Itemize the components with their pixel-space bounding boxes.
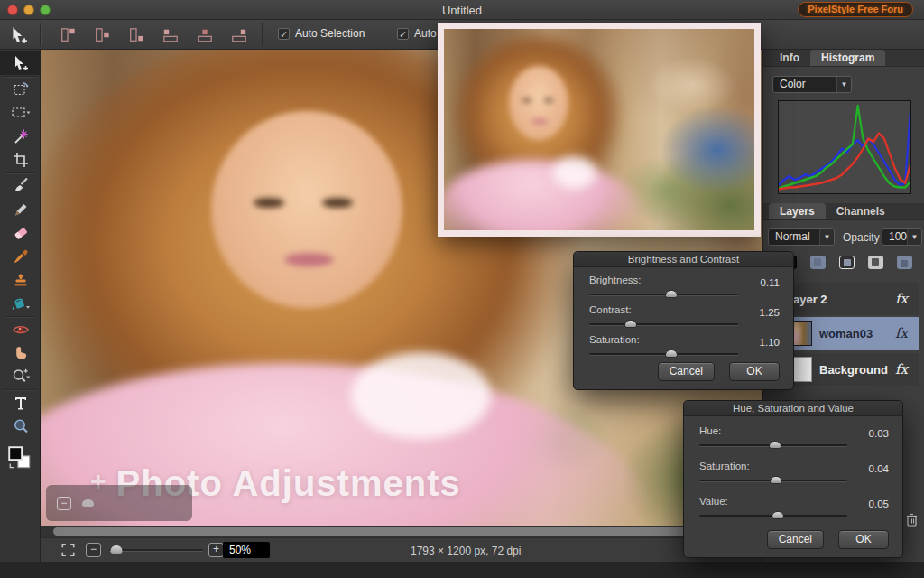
pencil-tool-button[interactable] <box>0 198 41 221</box>
delete-layer-button[interactable] <box>906 513 918 530</box>
tab-info[interactable]: Info <box>769 50 810 66</box>
fit-screen-button[interactable] <box>60 543 76 561</box>
move-options-button[interactable] <box>7 23 31 46</box>
horizontal-scrollbar[interactable] <box>41 526 762 537</box>
layer-fx-badge[interactable]: fx <box>895 325 908 341</box>
smudge-finger-icon <box>12 344 30 362</box>
hue-slider-thumb[interactable] <box>769 441 781 449</box>
contrast-slider[interactable] <box>589 323 738 325</box>
zoom-hud-slider-thumb[interactable] <box>82 499 94 507</box>
paint-bucket-tool-button[interactable] <box>0 292 41 315</box>
brush-tool-button[interactable] <box>0 174 41 198</box>
ok-button[interactable]: OK <box>729 362 780 381</box>
hsv-saturation-slider[interactable] <box>699 480 847 481</box>
zoom-slider[interactable] <box>109 549 203 551</box>
pixelstyle-window: +Photo Adjustments − Untitled PixelStyle… <box>0 0 924 578</box>
layer-button-2[interactable] <box>810 256 826 269</box>
brightness-label: Brightness: <box>589 275 780 285</box>
dialog-title: Brightness and Contrast <box>574 252 793 267</box>
opacity-label: Opacity <box>843 231 880 244</box>
opacity-select[interactable]: 100% ▼ <box>882 228 922 246</box>
ok-button[interactable]: OK <box>838 530 889 549</box>
align-right-button[interactable] <box>227 23 251 46</box>
brightness-contrast-dialog[interactable]: Brightness and Contrast Brightness: 0.11… <box>573 251 794 390</box>
tab-layers[interactable]: Layers <box>769 203 826 219</box>
eyedropper-icon <box>12 247 30 266</box>
hue-value: 0.03 <box>869 428 889 439</box>
move-tool-button[interactable] <box>0 51 41 75</box>
layer-button-5[interactable] <box>897 256 912 269</box>
value-slider-thumb[interactable] <box>772 511 784 519</box>
zoom-plus-icon <box>11 368 31 386</box>
magic-wand-tool-button[interactable] <box>0 125 41 148</box>
contrast-value: 1.25 <box>760 307 780 318</box>
tab-channels[interactable]: Channels <box>826 203 896 219</box>
dialog-title: Hue, Saturation and Value <box>684 401 902 416</box>
free-transform-tool-button[interactable] <box>0 78 41 101</box>
value-label: Value: <box>699 496 889 507</box>
histogram-channel-select[interactable]: Color ▼ <box>772 76 852 93</box>
tool-palette <box>0 50 41 562</box>
eraser-tool-button[interactable] <box>0 221 41 245</box>
hsv-dialog[interactable]: Hue, Saturation and Value Hue: 0.03 Satu… <box>683 400 903 558</box>
align-left-button[interactable] <box>159 23 182 46</box>
status-bar: − + 50% 1793 × 1200 px, 72 dpi <box>41 537 762 562</box>
value-slider[interactable] <box>699 515 847 517</box>
color-swatches-control[interactable] <box>0 438 40 478</box>
layer-button-3[interactable] <box>839 256 855 269</box>
zoom-in-button[interactable]: + <box>208 543 224 557</box>
align-right-icon <box>230 27 248 43</box>
align-middle-button[interactable] <box>90 23 114 46</box>
hsv-saturation-slider-thumb[interactable] <box>770 476 782 484</box>
red-eye-tool-button[interactable] <box>0 318 41 341</box>
zoom-slider-thumb[interactable] <box>111 545 123 554</box>
blend-mode-select[interactable]: Normal ▼ <box>768 228 835 246</box>
horizontal-scrollbar-thumb[interactable] <box>53 527 758 536</box>
watermark-badge: PixelStyle Free Foru <box>798 2 913 17</box>
contrast-slider-thumb[interactable] <box>624 320 637 328</box>
layer-fx-badge[interactable]: fx <box>895 291 908 307</box>
brightness-slider-thumb[interactable] <box>665 290 678 298</box>
preview-window[interactable] <box>438 23 761 237</box>
layer-fx-badge[interactable]: fx <box>895 361 908 378</box>
align-center-button[interactable] <box>193 23 217 46</box>
hue-slider[interactable] <box>699 444 847 446</box>
rectangular-select-icon <box>11 104 31 122</box>
clone-stamp-icon <box>12 271 30 289</box>
align-bottom-icon <box>127 27 145 43</box>
zoom-out-icon[interactable]: − <box>57 497 71 510</box>
align-bottom-button[interactable] <box>125 23 148 46</box>
zoom-level-field[interactable]: 50% <box>223 542 270 558</box>
magnifier-tool-button[interactable] <box>0 415 41 438</box>
saturation-slider[interactable] <box>589 353 738 355</box>
smudge-tool-button[interactable] <box>0 341 41 365</box>
brush-icon <box>12 177 30 195</box>
align-top-icon <box>59 27 77 43</box>
cancel-button[interactable]: Cancel <box>658 362 715 381</box>
eyedropper-tool-button[interactable] <box>0 245 41 268</box>
saturation-value: 1.10 <box>760 337 780 348</box>
text-tool-button[interactable] <box>0 391 41 415</box>
trash-icon <box>906 513 918 527</box>
auto-selection-checkbox[interactable]: ✓ Auto Selection <box>278 27 365 40</box>
move-icon <box>12 54 30 72</box>
align-top-button[interactable] <box>56 23 79 46</box>
saturation-label: Saturation: <box>589 334 780 345</box>
brightness-slider[interactable] <box>589 294 738 295</box>
cancel-button[interactable]: Cancel <box>767 530 824 549</box>
window-title: Untitled <box>0 4 924 17</box>
histogram-panel <box>778 100 911 194</box>
clone-stamp-tool-button[interactable] <box>0 268 41 292</box>
titlebar[interactable]: Untitled PixelStyle Free Foru <box>0 0 924 20</box>
zoom-plus-tool-button[interactable] <box>0 365 41 388</box>
zoom-out-button[interactable]: − <box>86 543 101 557</box>
contrast-label: Contrast: <box>589 304 780 315</box>
bottom-strip <box>0 562 924 578</box>
tab-histogram[interactable]: Histogram <box>810 50 885 66</box>
woman-face <box>211 111 402 308</box>
layer-button-4[interactable] <box>868 256 883 269</box>
saturation-slider-thumb[interactable] <box>665 350 678 358</box>
crop-tool-button[interactable] <box>0 148 41 172</box>
eraser-icon <box>12 224 30 242</box>
rectangular-select-tool-button[interactable] <box>0 101 41 125</box>
